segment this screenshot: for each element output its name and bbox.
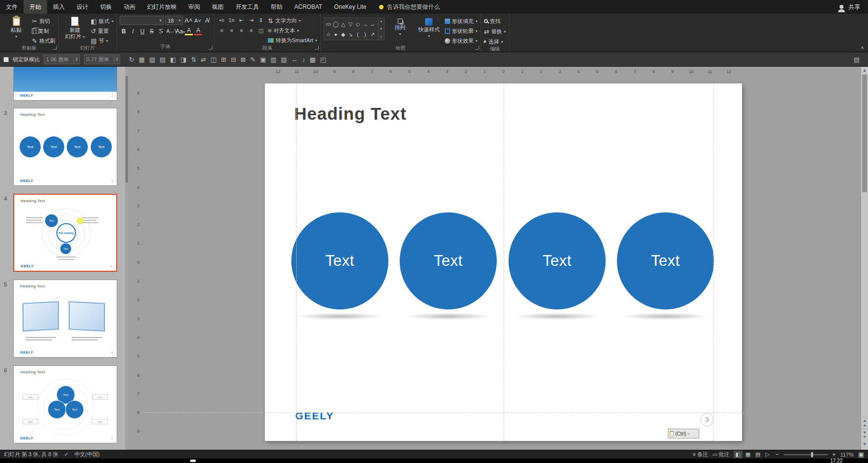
zoom-out-button[interactable]: − bbox=[775, 451, 779, 458]
height-stepper[interactable]: ▲▼ bbox=[114, 54, 120, 64]
slideshow-button[interactable]: ▷ bbox=[764, 451, 771, 458]
shape-effects-button[interactable]: 形状效果▾ bbox=[445, 37, 478, 45]
toolbar-icon[interactable]: ✎ bbox=[250, 56, 255, 63]
slide-circle-shape[interactable]: Text bbox=[291, 212, 388, 309]
guide-horizontal-bottom[interactable] bbox=[141, 412, 744, 413]
toolbar-icon[interactable]: ⊠ bbox=[240, 56, 246, 63]
arrange-button[interactable]: 排列▾ bbox=[387, 16, 413, 45]
numbering-button[interactable]: 1≡ bbox=[227, 17, 236, 24]
menu-slideshow[interactable]: 幻灯片放映 bbox=[141, 0, 182, 14]
replace-button[interactable]: ⇄替换▾ bbox=[484, 27, 506, 35]
shape-icon[interactable]: ) bbox=[362, 29, 369, 39]
increase-indent-button[interactable]: ⇥ bbox=[247, 17, 255, 24]
reset-button[interactable]: ↺重置 bbox=[91, 27, 113, 35]
decrease-indent-button[interactable]: ⇤ bbox=[237, 17, 246, 24]
dialog-launcher-paragraph[interactable] bbox=[315, 46, 319, 50]
thumbnail-slide-3[interactable]: Heading Text Text Text Text Text GEELY 3 bbox=[13, 108, 117, 186]
previous-slide-button[interactable]: ▲▲ bbox=[861, 417, 868, 428]
toolbar-icon[interactable]: ◧ bbox=[170, 56, 176, 63]
thumbnail-scrollbar-thumb[interactable] bbox=[126, 76, 128, 182]
menu-animations[interactable]: 动画 bbox=[118, 0, 141, 14]
shape-icon[interactable]: ↘ bbox=[347, 29, 354, 39]
thumbnail-slide-4-selected[interactable]: Heading Text Sub-heading Text Text GEELY… bbox=[13, 194, 117, 272]
toolbar-icon[interactable]: ▤ bbox=[160, 56, 166, 63]
shape-icon[interactable]: ● bbox=[332, 29, 339, 39]
menu-review[interactable]: 审阅 bbox=[182, 0, 206, 14]
shape-icon[interactable]: △ bbox=[340, 19, 347, 29]
grow-font-button[interactable]: A˄ bbox=[184, 17, 192, 24]
guide-vertical-center[interactable] bbox=[504, 83, 504, 441]
toolbar-icon[interactable]: ↕ bbox=[302, 56, 306, 63]
shape-icon[interactable]: ☆ bbox=[325, 29, 332, 39]
paste-options-button[interactable]: (Ctrl) ▾ bbox=[668, 429, 699, 438]
shape-icon[interactable]: ▭ bbox=[325, 19, 332, 29]
bullets-button[interactable]: •≡ bbox=[217, 17, 226, 24]
shape-icon[interactable]: ▽ bbox=[347, 19, 354, 29]
normal-view-button[interactable]: ◧ bbox=[734, 451, 742, 458]
comments-button[interactable]: ▭ 批注 bbox=[713, 451, 730, 458]
thumbnail-slide-5[interactable]: Heading Text GEELY 5 bbox=[13, 280, 117, 358]
toolbar-icon[interactable]: ◰ bbox=[320, 56, 326, 63]
menu-home[interactable]: 开始 bbox=[24, 0, 47, 14]
scrollbar-thumb[interactable] bbox=[862, 75, 867, 192]
toolbar-panel-icon[interactable]: ▤ bbox=[854, 56, 860, 63]
toolbar-icon[interactable]: ▩ bbox=[310, 56, 316, 63]
toolbar-icon[interactable]: ↔ bbox=[291, 56, 298, 63]
guide-vertical-left[interactable] bbox=[296, 83, 297, 441]
copy-button[interactable]: 复制 bbox=[32, 27, 55, 35]
zoom-slider-thumb[interactable] bbox=[811, 452, 813, 457]
menu-acrobat[interactable]: ACROBAT bbox=[288, 0, 328, 14]
zoom-slider[interactable] bbox=[784, 454, 828, 455]
toolbar-icon[interactable]: ▦ bbox=[139, 56, 145, 63]
bold-button[interactable]: B bbox=[120, 28, 128, 35]
toolbar-icon[interactable]: ▨ bbox=[281, 56, 287, 63]
shape-icon[interactable]: ↗ bbox=[369, 29, 376, 39]
toolbar-icon[interactable]: ⊟ bbox=[230, 56, 236, 63]
menu-view[interactable]: 视图 bbox=[206, 0, 230, 14]
layout-button[interactable]: ◧版式▾ bbox=[91, 17, 113, 25]
scroll-down-icon[interactable]: ▼ bbox=[861, 442, 868, 446]
section-button[interactable]: ▤节▾ bbox=[91, 37, 113, 45]
menu-file[interactable]: 文件 bbox=[0, 0, 24, 14]
shrink-font-button[interactable]: A˅ bbox=[194, 18, 202, 24]
italic-button[interactable]: I bbox=[129, 28, 137, 35]
dialog-launcher-font[interactable] bbox=[208, 46, 212, 50]
align-text-button[interactable]: ≡对齐文本▾ bbox=[268, 26, 317, 35]
slide-sorter-button[interactable]: ▦ bbox=[744, 451, 752, 458]
toolbar-icon[interactable]: ▣ bbox=[260, 56, 266, 63]
width-stepper[interactable]: ▲▼ bbox=[74, 54, 80, 64]
change-case-button[interactable]: Aa▾ bbox=[176, 28, 183, 35]
text-shadow-button[interactable]: S bbox=[157, 28, 165, 35]
fit-to-window-button[interactable]: ▣ bbox=[858, 451, 864, 458]
toolbar-icon[interactable]: ◫ bbox=[210, 56, 216, 63]
toolbar-icon[interactable]: ⊞ bbox=[221, 56, 227, 63]
slide-circle-shape[interactable]: Text bbox=[400, 212, 497, 309]
zoom-level[interactable]: 117% bbox=[840, 452, 853, 458]
slide-page-number[interactable]: 3 bbox=[700, 413, 714, 426]
tell-me-box[interactable]: 告诉我你想要做什么 bbox=[379, 3, 440, 11]
dialog-launcher-clipboard[interactable] bbox=[53, 46, 57, 50]
text-direction-button[interactable]: ⇅文字方向▾ bbox=[268, 17, 317, 25]
vertical-scrollbar[interactable]: ▲ ▲▲ ▼▼ ▼ bbox=[861, 67, 868, 450]
shape-icon[interactable]: ◇ bbox=[355, 19, 361, 29]
menu-insert[interactable]: 插入 bbox=[47, 0, 71, 14]
toolbar-icon[interactable]: ↻ bbox=[129, 56, 134, 63]
width-input[interactable]: 1.06 厘米 ▲▼ bbox=[44, 54, 80, 64]
thumbnail-scrollbar[interactable] bbox=[125, 67, 128, 450]
font-color-button[interactable]: A bbox=[194, 27, 202, 35]
toolbar-icon[interactable]: ▥ bbox=[270, 56, 276, 63]
toolbar-icon[interactable]: ◨ bbox=[180, 56, 186, 63]
spellcheck-icon[interactable]: ✓ bbox=[64, 452, 69, 457]
shape-gallery[interactable]: ▭◯△▽◇→↔☆●◆↘()↗ bbox=[324, 18, 379, 40]
select-button[interactable]: 选择▾ bbox=[484, 38, 506, 46]
thumbnail-slide-6[interactable]: Heading Text Text Text Text Text Text Te… bbox=[13, 365, 117, 443]
menu-transitions[interactable]: 切换 bbox=[94, 0, 118, 14]
format-painter-button[interactable]: ✎格式刷 bbox=[32, 37, 55, 45]
shape-outline-button[interactable]: 形状轮廓▾ bbox=[445, 27, 478, 35]
highlight-color-button[interactable]: A bbox=[185, 27, 193, 35]
underline-button[interactable]: U bbox=[138, 28, 146, 35]
menu-developer[interactable]: 开发工具 bbox=[230, 0, 265, 14]
align-right-button[interactable]: ≡ bbox=[237, 27, 246, 34]
next-slide-button[interactable]: ▼▼ bbox=[861, 429, 868, 439]
paste-button[interactable]: 粘贴 ▾ bbox=[3, 16, 29, 45]
